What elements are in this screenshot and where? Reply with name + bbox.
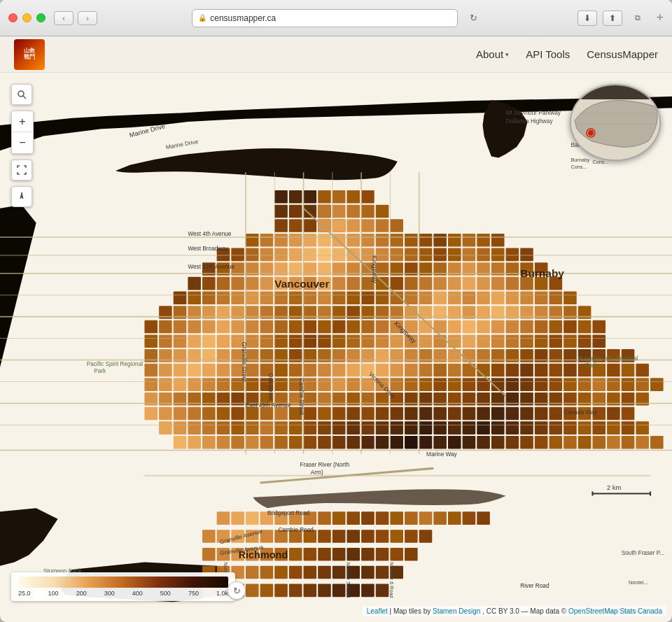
svg-rect-176 [144,320,158,334]
svg-rect-314 [217,378,230,391]
zoom-out-button[interactable]: − [12,132,33,153]
svg-rect-540 [318,566,331,579]
svg-rect-475 [564,436,577,449]
svg-rect-25 [361,219,374,232]
legend-val-0: 25.0 [18,590,31,597]
svg-rect-128 [318,292,331,305]
svg-rect-316 [246,378,259,391]
stamen-link[interactable]: Stamen Design [433,607,480,615]
svg-rect-526 [332,548,346,561]
svg-rect-135 [419,292,433,305]
svg-rect-50 [274,248,288,262]
new-tab-button[interactable]: + [656,10,664,25]
svg-rect-64 [477,248,490,262]
svg-rect-480 [636,436,649,449]
svg-rect-281 [246,364,259,377]
svg-rect-474 [550,436,563,449]
svg-rect-459 [332,436,346,449]
close-button[interactable] [8,13,18,22]
svg-rect-423 [289,421,302,434]
osm-link[interactable]: OpenStreetMap [568,607,618,615]
svg-text:Canada Way: Canada Way [564,409,597,416]
svg-rect-53 [318,248,331,262]
svg-rect-181 [217,320,230,334]
svg-rect-397 [390,407,403,420]
svg-rect-93 [202,277,216,290]
svg-rect-427 [346,421,360,434]
api-tools-nav-link[interactable]: API Tools [526,48,570,60]
svg-rect-212 [202,334,216,348]
svg-rect-222 [346,334,360,348]
svg-text:Arm): Arm) [311,469,323,476]
svg-rect-121 [217,292,230,305]
svg-rect-416 [188,421,201,434]
svg-rect-398 [405,407,418,420]
svg-rect-328 [419,378,433,391]
svg-rect-28 [246,234,259,247]
svg-rect-396 [376,407,389,420]
svg-rect-326 [390,378,403,391]
zoom-in-button[interactable]: + [12,111,33,132]
svg-rect-455 [274,436,288,449]
svg-rect-541 [332,566,346,579]
svg-rect-35 [346,234,360,247]
share-button[interactable]: ⬆ [603,10,622,26]
search-button[interactable] [11,84,32,105]
app-logo[interactable]: 山救 戰鬥 [14,39,45,70]
stats-link[interactable]: Stats Canada [620,607,662,615]
svg-rect-538 [289,566,302,579]
censusmapper-nav-link[interactable]: CensusMapper [587,48,658,60]
svg-rect-456 [289,436,302,449]
leaflet-link[interactable]: Leaflet [367,607,388,615]
svg-rect-133 [390,292,403,305]
svg-text:East 49th Avenue: East 49th Avenue [246,402,291,409]
svg-text:Number 5 Road: Number 5 Road [345,563,351,598]
app-area: 山救 戰鬥 About ▾ API Tools CensusMapper [0,36,672,622]
minimize-button[interactable] [22,13,31,22]
mini-map[interactable] [570,84,661,161]
legend-reload-button[interactable]: ↻ [227,581,246,600]
svg-rect-54 [332,248,346,262]
svg-rect-201 [506,320,519,334]
maximize-button[interactable] [36,13,46,22]
reload-button[interactable]: ↻ [463,11,483,25]
svg-rect-239 [592,334,606,348]
svg-rect-137 [448,292,461,305]
svg-rect-19 [346,205,360,218]
svg-rect-113 [491,277,505,290]
svg-rect-198 [463,320,476,334]
map-container[interactable]: Vancouver Burnaby Richmond Marine Drive … [0,73,672,622]
svg-rect-5 [289,205,302,218]
svg-rect-178 [174,320,187,334]
svg-rect-233 [506,334,519,348]
svg-rect-531 [405,548,418,561]
svg-rect-120 [202,292,216,305]
svg-rect-43 [463,234,476,247]
svg-rect-6 [304,205,317,218]
svg-rect-122 [231,292,244,305]
svg-text:Marine Way: Marine Way [426,451,458,458]
svg-rect-203 [535,320,548,334]
svg-rect-127 [304,292,317,305]
svg-rect-513 [376,530,389,543]
location-button[interactable] [11,186,32,207]
svg-rect-312 [188,378,201,391]
svg-rect-551 [274,584,288,598]
about-nav-link[interactable]: About ▾ [476,48,509,60]
download-button[interactable]: ⬇ [578,10,597,26]
svg-rect-16 [361,190,374,204]
svg-rect-52 [304,248,317,262]
svg-rect-51 [289,248,302,262]
fullscreen-button[interactable] [11,160,32,181]
svg-rect-394 [346,407,360,420]
svg-rect-123 [246,292,259,305]
back-button[interactable]: ‹ [54,11,74,25]
address-bar[interactable]: 🔒 censusmapper.ca [192,9,458,27]
svg-rect-58 [390,248,403,262]
svg-rect-36 [361,234,374,247]
svg-rect-217 [274,334,288,348]
svg-rect-321 [318,378,331,391]
forward-button[interactable]: › [78,11,97,25]
svg-rect-118 [174,292,187,305]
resize-button[interactable]: ⧉ [628,11,648,25]
